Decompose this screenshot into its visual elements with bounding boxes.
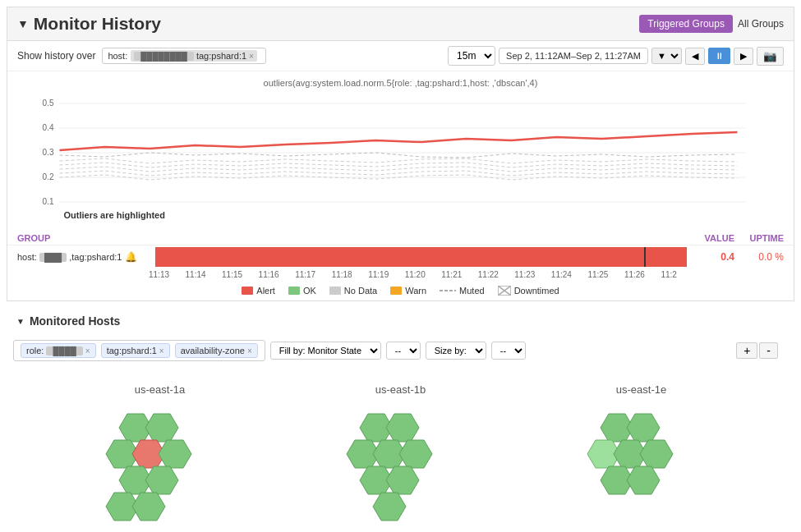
pshard-filter-close[interactable]: ×: [159, 346, 164, 355]
legend-ok: OK: [288, 286, 316, 296]
group-name: host: ███ ,tag:pshard:1: [17, 252, 122, 262]
group-data-row: host: ███ ,tag:pshard:1 🔔 0.4 0.0 %: [7, 245, 794, 268]
show-history-row: Show history over host: ████████ tag:psh…: [7, 41, 794, 71]
value-column-header: VALUE: [693, 233, 734, 243]
legend-downtimed-icon: [498, 286, 511, 296]
svg-text:0.5: 0.5: [43, 99, 54, 108]
az-filter-tag: availability-zone ×: [175, 343, 258, 358]
legend-nodata-label: No Data: [344, 286, 377, 296]
svg-text:Outliers are highlighted: Outliers are highlighted: [64, 210, 165, 220]
chart-area: outliers(avg:system.load.norm.5{role: ,t…: [7, 71, 794, 232]
monitor-history-title: Monitor History: [34, 14, 161, 34]
hex-1a-9[interactable]: [132, 493, 165, 521]
host-tag-close[interactable]: ×: [249, 52, 254, 61]
zone-1a-hexmap: [78, 406, 242, 532]
fill-value-select[interactable]: --: [386, 342, 421, 360]
monitored-hosts-title: Monitored Hosts: [30, 314, 120, 328]
legend-warn-label: Warn: [405, 286, 426, 296]
az-filter-close[interactable]: ×: [247, 346, 252, 355]
zoom-out-button[interactable]: -: [759, 342, 778, 359]
triggered-groups-button[interactable]: Triggered Groups: [639, 15, 733, 33]
hex-1b-2[interactable]: [386, 414, 419, 442]
monitored-hosts-section: ▼ Monitored Hosts role: ████ × tag:pshar…: [7, 308, 794, 532]
svg-text:0.2: 0.2: [43, 172, 54, 181]
all-groups-button[interactable]: All Groups: [738, 18, 784, 30]
column-headers: GROUP VALUE UPTIME: [7, 232, 794, 245]
legend-downtimed: Downtimed: [498, 286, 559, 296]
legend-muted-icon: [440, 287, 456, 295]
zone-us-east-1e: us-east-1e: [559, 383, 724, 532]
camera-button[interactable]: 📷: [757, 47, 784, 66]
hex-1a-2[interactable]: [145, 414, 178, 442]
group-bar-container: [155, 247, 687, 267]
group-uptime: 0.0 %: [734, 251, 784, 263]
legend-ok-label: OK: [303, 286, 316, 296]
alert-bar: [155, 247, 687, 267]
filter-row: role: ████ × tag:pshard:1 × availability…: [7, 334, 794, 367]
zone-1e-label: us-east-1e: [616, 383, 666, 396]
svg-text:0.3: 0.3: [43, 148, 54, 157]
role-filter-close[interactable]: ×: [85, 346, 90, 355]
legend-downtimed-label: Downtimed: [514, 286, 559, 296]
svg-text:0.4: 0.4: [43, 123, 54, 132]
chart-title: outliers(avg:system.load.norm.5{role: ,t…: [17, 78, 784, 88]
size-value-select[interactable]: --: [491, 342, 526, 360]
hex-1a-7[interactable]: [145, 466, 178, 494]
show-history-label: Show history over: [17, 50, 95, 62]
legend-alert: Alert: [242, 286, 275, 296]
group-column-header: GROUP: [17, 233, 149, 243]
legend-muted-label: Muted: [459, 286, 485, 296]
legend-nodata-box: [329, 287, 341, 295]
zones-container: us-east-1a us-east-1b: [7, 367, 794, 532]
zone-1b-label: us-east-1b: [375, 383, 426, 396]
size-by-select[interactable]: Size by: CPU: [426, 342, 486, 360]
alert-bell-icon: 🔔: [125, 251, 137, 263]
legend-muted: Muted: [440, 286, 485, 296]
legend-warn: Warn: [390, 286, 426, 296]
monitored-hosts-header[interactable]: ▼ Monitored Hosts: [7, 308, 794, 334]
prev-button[interactable]: ◀: [685, 48, 705, 65]
legend-warn-box: [390, 287, 402, 295]
host-tag: ████████ tag:pshard:1 ×: [131, 50, 257, 62]
legend-nodata: No Data: [329, 286, 377, 296]
host-tag-value-text: tag:pshard:1: [196, 51, 246, 61]
zone-us-east-1a: us-east-1a: [78, 383, 242, 532]
time-controls: 15m 30m 1h Sep 2, 11:12AM–Sep 2, 11:27AM…: [448, 46, 784, 66]
monitored-hosts-arrow: ▼: [16, 317, 25, 326]
zoom-in-button[interactable]: +: [736, 342, 757, 359]
host-filter-input[interactable]: host: ████████ tag:pshard:1 ×: [102, 48, 266, 64]
pshard-filter-tag: tag:pshard:1 ×: [101, 343, 170, 358]
time-range-select[interactable]: 15m 30m 1h: [448, 46, 495, 66]
time-period-display: Sep 2, 11:12AM–Sep 2, 11:27AM: [499, 48, 648, 64]
time-period-select[interactable]: ▼: [651, 48, 682, 64]
hex-1e-5[interactable]: [640, 440, 673, 468]
zone-1a-label: us-east-1a: [135, 383, 185, 396]
hex-1b-7[interactable]: [386, 466, 419, 494]
uptime-column-header: UPTIME: [734, 233, 784, 243]
group-value: 0.4: [693, 251, 734, 263]
zone-1e-hexmap: [559, 406, 724, 529]
hex-1e-2[interactable]: [627, 414, 660, 442]
pause-button[interactable]: ⏸: [708, 48, 730, 64]
monitor-history-controls: Triggered Groups All Groups: [639, 15, 784, 33]
hex-1e-7[interactable]: [627, 466, 660, 494]
legend-alert-box: [242, 287, 253, 295]
fill-by-select[interactable]: Fill by: Monitor State Fill by: CPU: [270, 342, 381, 360]
chart-legend: Alert OK No Data Warn Muted Downtim: [7, 281, 794, 300]
monitor-history-header: ▼ Monitor History Triggered Groups All G…: [7, 7, 794, 41]
hex-1b-8[interactable]: [373, 493, 406, 521]
time-series-chart: 0.5 0.4 0.3 0.2 0.1 Outliers are highlig…: [17, 91, 784, 222]
zone-us-east-1b: us-east-1b: [319, 383, 483, 532]
collapse-arrow[interactable]: ▼: [17, 17, 29, 30]
zone-1b-hexmap: [319, 406, 483, 532]
host-tag-label: host:: [108, 51, 127, 61]
role-filter-tag: role: ████ ×: [21, 343, 96, 358]
hex-1a-5[interactable]: [159, 440, 191, 468]
time-axis: 11:13 11:14 11:15 11:16 11:17 11:18 11:1…: [7, 268, 687, 281]
hex-1b-5[interactable]: [399, 440, 432, 468]
legend-ok-box: [288, 287, 300, 295]
host-tag-value: ████████: [134, 52, 194, 61]
group-label: host: ███ ,tag:pshard:1 🔔: [17, 251, 149, 263]
filter-input-area: role: ████ × tag:pshard:1 × availability…: [13, 340, 265, 361]
next-button[interactable]: ▶: [734, 48, 753, 65]
